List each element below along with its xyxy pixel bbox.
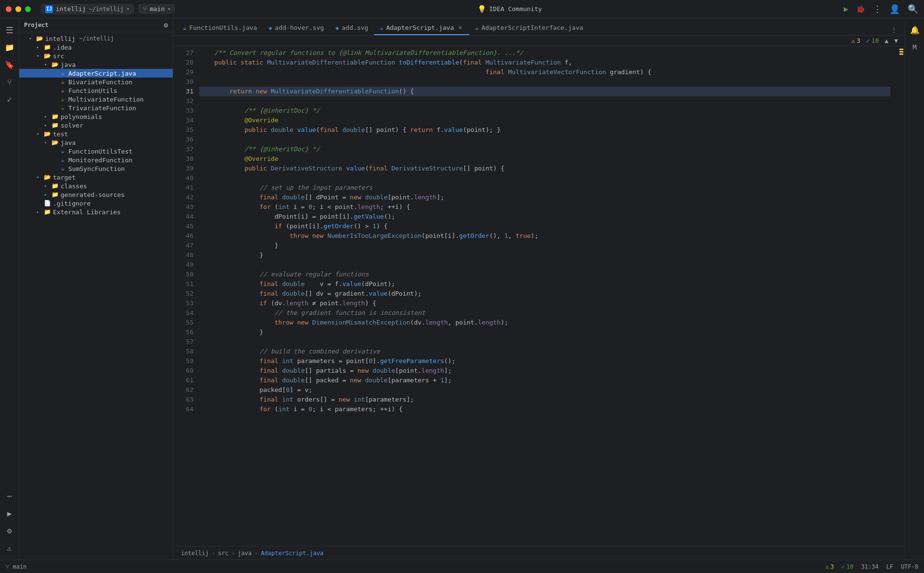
folder-icon: 📁 xyxy=(51,121,59,129)
status-ok[interactable]: ✓ 10 xyxy=(842,563,854,570)
search-everywhere-button[interactable]: 🔍 xyxy=(908,4,918,14)
tab-close-button[interactable]: ✕ xyxy=(457,25,463,31)
run-button[interactable]: ▶ xyxy=(844,4,848,13)
warning-scroll-mark[interactable] xyxy=(899,51,903,52)
expand-arrow: ▸ xyxy=(37,209,43,214)
project-name: intellij xyxy=(56,5,86,13)
scroll-down-button[interactable]: ▼ xyxy=(894,37,898,44)
project-view-button[interactable]: 📁 xyxy=(2,39,17,55)
status-warnings[interactable]: ⚠ 3 xyxy=(825,563,834,570)
notifications-button[interactable]: 🔔 xyxy=(907,22,923,38)
tree-item-sumsync[interactable]: ☕ SumSyncFunction xyxy=(19,164,173,173)
bookmarks-button[interactable]: 🔖 xyxy=(2,57,17,72)
tree-item-classes[interactable]: ▸ 📁 classes xyxy=(19,182,173,190)
tree-item-intellij[interactable]: ▾ 📂 intellij ~/intellij xyxy=(19,34,173,43)
code-editor[interactable]: /** Convert regular functions to {@link … xyxy=(199,46,898,546)
java-file-icon: ☕ xyxy=(59,165,66,172)
breadcrumb-item-intellij[interactable]: intellij xyxy=(181,550,209,557)
project-folder-icon: 📂 xyxy=(36,35,43,42)
idea-community-label: 💡 IDEA Community xyxy=(477,5,542,13)
line-numbers: 27282930 31 3233343536 3738394041 424344… xyxy=(173,46,199,546)
folder-icon: 📂 xyxy=(43,52,51,60)
problems-button[interactable]: ⚠ xyxy=(2,540,17,556)
more-tools-button[interactable]: ⋯ xyxy=(2,488,17,504)
java-file-icon: ☕ xyxy=(59,78,66,86)
project-selector[interactable]: IJ intellij ~/intellij ▾ xyxy=(40,4,134,14)
java-interface-icon: ☕ xyxy=(59,104,66,112)
commit-button[interactable]: ✓ xyxy=(2,91,17,107)
warnings-indicator[interactable]: ⚠ 3 xyxy=(851,37,860,44)
minimize-button[interactable] xyxy=(15,6,21,12)
tree-item-java-src[interactable]: ▾ 📂 java xyxy=(19,60,173,69)
tab-bar: ☕ FunctionUtils.java ◈ add-hover.svg ◈ a… xyxy=(173,18,905,36)
right-icon-bar: 🔔 M xyxy=(905,18,924,560)
tree-item-src[interactable]: ▾ 📂 src xyxy=(19,52,173,60)
java-file-icon: ☕ xyxy=(59,69,66,77)
folder-icon: 📂 xyxy=(51,139,59,146)
folder-icon: 📂 xyxy=(51,61,59,68)
breadcrumb-item-java[interactable]: java xyxy=(238,550,252,557)
branch-name: main xyxy=(150,5,165,13)
maximize-button[interactable] xyxy=(25,6,31,12)
tab-add-hover[interactable]: ◈ add-hover.svg xyxy=(263,21,330,35)
ok-indicator[interactable]: ✓ 10 xyxy=(866,37,879,44)
branch-selector[interactable]: ⑂ main ▾ xyxy=(138,4,175,14)
titlebar: IJ intellij ~/intellij ▾ ⑂ main ▾ 💡 IDEA… xyxy=(0,0,924,18)
line-separator[interactable]: LF xyxy=(886,563,893,570)
breadcrumb-item-file[interactable]: AdapterScript.java xyxy=(261,550,323,557)
right-gutter xyxy=(898,46,905,546)
intellij-icon: IJ xyxy=(45,5,53,13)
run-panel-button[interactable]: ▶ xyxy=(2,506,17,521)
java-file-icon: ☕ xyxy=(59,147,66,155)
tree-item-function-utils-test[interactable]: ☕ FunctionUtilsTest xyxy=(19,147,173,156)
sidebar-settings-icon[interactable]: ⚙ xyxy=(164,21,168,29)
expand-arrow: ▾ xyxy=(37,53,43,58)
tree-item-trivariate[interactable]: ☕ TrivariateFunction xyxy=(19,104,173,112)
tab-add[interactable]: ◈ add.svg xyxy=(330,21,374,35)
tree-item-test[interactable]: ▾ 📂 test xyxy=(19,130,173,138)
tree-item-gitignore[interactable]: 📄 .gitignore xyxy=(19,199,173,208)
titlebar-left: IJ intellij ~/intellij ▾ ⑂ main ▾ xyxy=(6,4,175,14)
debug-button[interactable]: 🐞 xyxy=(856,5,865,13)
warning-scroll-mark[interactable] xyxy=(899,53,903,55)
tree-item-idea[interactable]: ▸ 📁 .idea xyxy=(19,43,173,52)
tree-item-target[interactable]: ▾ 📂 target xyxy=(19,173,173,182)
tree-item-java-test[interactable]: ▾ 📂 java xyxy=(19,138,173,147)
tree-item-bivariate[interactable]: ☕ BivariateFunction xyxy=(19,78,173,86)
expand-arrow: ▾ xyxy=(29,36,36,41)
breadcrumb-item-src[interactable]: src xyxy=(218,550,229,557)
services-button[interactable]: ⚙ xyxy=(2,523,17,538)
close-button[interactable] xyxy=(6,6,12,12)
scroll-up-button[interactable]: ▲ xyxy=(885,37,888,44)
file-icon: 📄 xyxy=(43,199,51,207)
profile-button[interactable]: 👤 xyxy=(889,4,900,14)
folder-icon: 📁 xyxy=(51,113,59,120)
editor-area: ☕ FunctionUtils.java ◈ add-hover.svg ◈ a… xyxy=(173,18,905,560)
encoding[interactable]: UTF-8 xyxy=(901,563,918,570)
tree-item-functionutils[interactable]: ☕ FunctionUtils xyxy=(19,86,173,95)
expand-arrow: ▾ xyxy=(44,140,51,145)
editor-content[interactable]: 27282930 31 3233343536 3738394041 424344… xyxy=(173,46,905,546)
tree-item-polynomials[interactable]: ▸ 📁 polynomials xyxy=(19,112,173,121)
tree-item-adapter-script[interactable]: ☕ AdapterScript.java xyxy=(19,69,173,78)
collapse-button[interactable]: M xyxy=(907,39,923,55)
folder-icon: 📁 xyxy=(43,208,51,216)
git-button[interactable]: ⑂ xyxy=(2,74,17,90)
tree-item-external-libs[interactable]: ▸ 📁 External Libraries xyxy=(19,208,173,216)
tab-adapter-script-interface[interactable]: ☕ AdapterScriptInterface.java xyxy=(469,21,589,35)
tree-item-solver[interactable]: ▸ 📁 solver xyxy=(19,121,173,130)
expand-arrow: ▸ xyxy=(44,183,51,188)
folder-icon: 📁 xyxy=(51,191,59,198)
sidebar-tree[interactable]: ▾ 📂 intellij ~/intellij ▸ 📁 .idea ▾ 📂 sr… xyxy=(19,32,173,560)
cursor-position[interactable]: 31:34 xyxy=(861,563,878,570)
git-branch-status[interactable]: ⑂ main xyxy=(6,563,26,570)
tree-item-generated-sources[interactable]: ▸ 📁 generated-sources xyxy=(19,190,173,199)
tab-more-button[interactable]: ⋮ xyxy=(887,24,901,35)
sidebar-toggle-button[interactable]: ☰ xyxy=(2,22,17,38)
tab-adapter-script[interactable]: ☕ AdapterScript.java ✕ xyxy=(374,21,469,35)
more-actions-button[interactable]: ⋮ xyxy=(873,4,882,14)
tree-item-multivariate[interactable]: ☕ MultivariateFunction xyxy=(19,95,173,104)
tree-item-monitored[interactable]: ☕ MonitoredFunction xyxy=(19,156,173,164)
warning-scroll-mark[interactable] xyxy=(899,49,903,50)
tab-functionutils[interactable]: ☕ FunctionUtils.java xyxy=(177,21,263,35)
